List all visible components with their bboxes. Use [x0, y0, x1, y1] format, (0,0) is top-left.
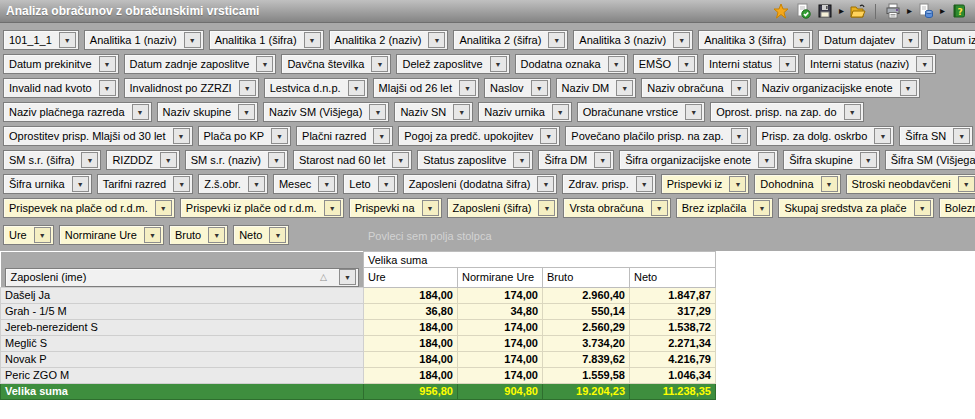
- pivot-value-cell[interactable]: 184,00: [364, 335, 458, 351]
- chevron-down-icon[interactable]: ▼: [132, 104, 149, 120]
- chevron-down-icon[interactable]: ▼: [914, 200, 931, 216]
- pivot-field-z-obr[interactable]: Z.š.obr.▼: [198, 174, 268, 194]
- pivot-field-vrsta-obra-una[interactable]: Vrsta obračuna▼: [563, 198, 670, 218]
- pivot-value-cell[interactable]: 1.559,58: [543, 367, 630, 383]
- chevron-down-icon[interactable]: ▼: [552, 104, 569, 120]
- pivot-field-ifra-urnika[interactable]: Šifra urnika▼: [3, 174, 92, 194]
- pivot-field-naziv-sn[interactable]: Naziv SN▼: [394, 102, 473, 122]
- chevron-down-icon[interactable]: ▼: [900, 80, 917, 96]
- chevron-down-icon[interactable]: ▼: [392, 152, 409, 168]
- pivot-field-ifra-sm-vi-jega[interactable]: Šifra SM (Višjega)▼: [885, 150, 975, 170]
- chevron-down-icon[interactable]: ▼: [731, 80, 748, 96]
- chevron-down-icon[interactable]: ▼: [369, 104, 386, 120]
- pivot-field-analitika-3-ifra[interactable]: Analitika 3 (šifra)▼: [698, 30, 813, 50]
- pivot-value-cell[interactable]: 34,80: [458, 303, 543, 319]
- pivot-field-dele-zaposlitve[interactable]: Delež zaposlitve▼: [396, 54, 509, 74]
- pivot-field-invalid-nad-kvoto[interactable]: Invalid nad kvoto▼: [3, 78, 119, 98]
- pivot-field-tarifni-razred[interactable]: Tarifni razred▼: [97, 174, 194, 194]
- print-menu-arrow-icon[interactable]: ▸: [907, 3, 912, 19]
- pivot-field-pogoj-za-pred-upokojitev[interactable]: Pogoj za predč. upokojitev▼: [398, 126, 560, 146]
- chevron-down-icon[interactable]: ▼: [371, 56, 388, 72]
- pivot-field-datum-dajatev[interactable]: Datum dajatev▼: [818, 30, 922, 50]
- chevron-down-icon[interactable]: ▼: [318, 176, 335, 192]
- chevron-down-icon[interactable]: ▼: [953, 128, 970, 144]
- pivot-field-brez-izpla-ila[interactable]: Brez izplačila▼: [676, 198, 774, 218]
- pivot-field-naziv-dm[interactable]: Naziv DM▼: [556, 78, 637, 98]
- row-label-grah-1-5-m[interactable]: Grah - 1/5 M: [1, 303, 364, 319]
- chevron-down-icon[interactable]: ▼: [459, 80, 476, 96]
- pivot-field-prispevki-iz[interactable]: Prispevki iz▼: [661, 174, 750, 194]
- pivot-field-prispevki-na[interactable]: Prispevki na▼: [349, 198, 442, 218]
- chevron-down-icon[interactable]: ▼: [844, 104, 861, 120]
- chevron-down-icon[interactable]: ▼: [793, 32, 810, 48]
- chevron-down-icon[interactable]: ▼: [160, 152, 177, 168]
- pivot-field-naziv-urnika[interactable]: Naziv urnika▼: [478, 102, 572, 122]
- pivot-field-naziv-pla-nega-razreda[interactable]: Naziv plačnega razreda▼: [3, 102, 152, 122]
- pivot-field-pla-ni-razred[interactable]: Plačni razred▼: [296, 126, 393, 146]
- pivot-value-cell[interactable]: 1.046,34: [630, 367, 716, 383]
- pivot-value-cell[interactable]: 184,00: [364, 351, 458, 367]
- pivot-field-analitika-3-naziv[interactable]: Analitika 3 (naziv)▼: [573, 30, 693, 50]
- chevron-down-icon[interactable]: ▼: [874, 128, 891, 144]
- chevron-down-icon[interactable]: ▼: [373, 128, 390, 144]
- pivot-value-cell[interactable]: 174,00: [458, 319, 543, 335]
- pivot-field-zaposleni-ifra[interactable]: Zaposleni (šifra)▼: [447, 198, 559, 218]
- row-label-peric-zgo-m[interactable]: Peric ZGO M: [1, 367, 364, 383]
- pivot-value-cell[interactable]: 36,80: [364, 303, 458, 319]
- chevron-down-icon[interactable]: ▼: [269, 227, 286, 243]
- favorites-star-icon[interactable]: [773, 3, 789, 19]
- chevron-down-icon[interactable]: ▼: [208, 227, 225, 243]
- pivot-field-neto[interactable]: Neto▼: [233, 225, 289, 245]
- pivot-field-pla-a-po-kp[interactable]: Plača po KP▼: [198, 126, 292, 146]
- pivot-field-analitika-1-naziv[interactable]: Analitika 1 (naziv)▼: [84, 30, 204, 50]
- pivot-field-rizddz[interactable]: RIZDDZ▼: [106, 150, 179, 170]
- chevron-down-icon[interactable]: ▼: [248, 176, 265, 192]
- pivot-value-cell[interactable]: 317,29: [630, 303, 716, 319]
- chevron-down-icon[interactable]: ▼: [173, 128, 190, 144]
- row-field-zaposleni-ime[interactable]: Zaposleni (ime)△▼: [5, 268, 360, 287]
- export-data-icon[interactable]: [918, 3, 934, 19]
- pivot-value-cell[interactable]: 174,00: [458, 367, 543, 383]
- chevron-down-icon[interactable]: ▼: [324, 200, 341, 216]
- pivot-field-zdrav-prisp[interactable]: Zdrav. prisp.▼: [562, 174, 655, 194]
- chevron-down-icon[interactable]: ▼: [616, 80, 633, 96]
- pivot-value-cell[interactable]: 1.847,87: [630, 287, 716, 303]
- pivot-value-cell[interactable]: 1.538,72: [630, 319, 716, 335]
- row-label-jereb-nerezident-s[interactable]: Jereb-nerezident S: [1, 319, 364, 335]
- pivot-field-datum-izpla-ila[interactable]: Datum izplačila▼: [927, 30, 975, 50]
- export-menu-arrow-icon[interactable]: ▸: [940, 3, 945, 19]
- chevron-down-icon[interactable]: ▼: [673, 32, 690, 48]
- chevron-down-icon[interactable]: ▼: [636, 176, 653, 192]
- pivot-value-cell[interactable]: 184,00: [364, 319, 458, 335]
- grand-total-value-cell[interactable]: 11.238,35: [630, 383, 716, 399]
- pivot-field-prispevki-iz-pla-e-od-r-d-m[interactable]: Prispevki iz plače od r.d.m.▼: [180, 198, 344, 218]
- pivot-field-mlaj-i-od-26-let[interactable]: Mlajši od 26 let▼: [373, 78, 479, 98]
- column-header-ure[interactable]: Ure: [364, 268, 458, 288]
- pivot-value-cell[interactable]: 3.734,20: [543, 335, 630, 351]
- chevron-down-icon[interactable]: ▼: [155, 200, 172, 216]
- help-book-icon[interactable]: ?: [951, 3, 967, 19]
- chevron-down-icon[interactable]: ▼: [238, 104, 255, 120]
- chevron-down-icon[interactable]: ▼: [902, 32, 919, 48]
- chevron-down-icon[interactable]: ▼: [531, 80, 548, 96]
- pivot-field-boleznine-zzzs[interactable]: Boleznine ZZZS▼: [939, 198, 975, 218]
- pivot-field-interni-status-naziv[interactable]: Interni status (naziv)▼: [804, 54, 936, 74]
- chevron-down-icon[interactable]: ▼: [268, 152, 285, 168]
- pivot-field-naziv-skupine[interactable]: Naziv skupine▼: [157, 102, 258, 122]
- pivot-field-ure[interactable]: Ure▼: [3, 225, 54, 245]
- chevron-down-icon[interactable]: ▼: [72, 176, 89, 192]
- chevron-down-icon[interactable]: ▼: [821, 176, 838, 192]
- chevron-down-icon[interactable]: ▼: [958, 176, 975, 192]
- chevron-down-icon[interactable]: ▼: [513, 152, 530, 168]
- pivot-value-cell[interactable]: 4.216,79: [630, 351, 716, 367]
- chevron-down-icon[interactable]: ▼: [731, 128, 748, 144]
- column-header-normirane-ure[interactable]: Normirane Ure: [458, 268, 543, 288]
- pivot-value-cell[interactable]: 7.839,62: [543, 351, 630, 367]
- pivot-field-leto[interactable]: Leto▼: [343, 174, 397, 194]
- pivot-field-skupaj-sredstva-za-pla-e[interactable]: Skupaj sredstva za plače▼: [778, 198, 933, 218]
- save-menu-arrow-icon[interactable]: ▸: [839, 3, 844, 19]
- chevron-down-icon[interactable]: ▼: [758, 152, 775, 168]
- grand-total-column-header[interactable]: Velika suma: [364, 252, 716, 268]
- chevron-down-icon[interactable]: ▼: [594, 152, 611, 168]
- pivot-field-dav-na-tevilka[interactable]: Davčna številka▼: [281, 54, 391, 74]
